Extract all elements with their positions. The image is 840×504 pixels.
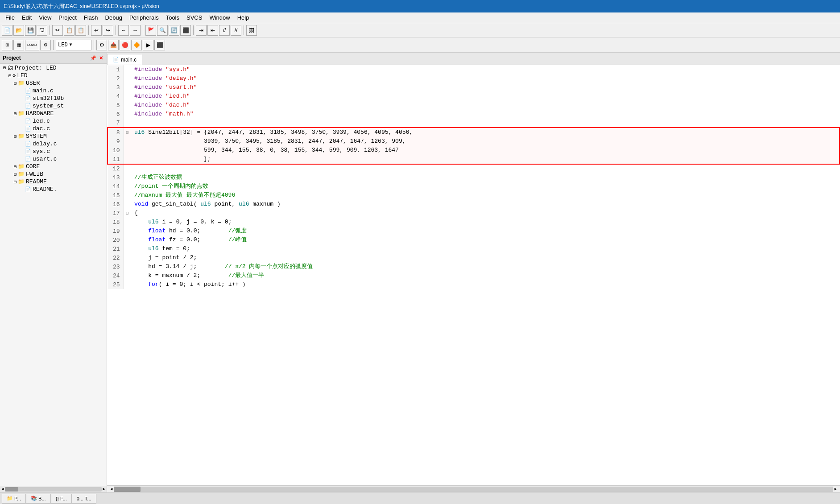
menu-file[interactable]: File (2, 13, 18, 22)
code-content[interactable]: #include "usart.h" (131, 83, 840, 92)
menu-view[interactable]: View (35, 13, 55, 22)
scroll-right-btn[interactable]: ▶ (102, 487, 107, 492)
flash2-btn[interactable]: 📥 (108, 40, 119, 50)
sidebar-item-user[interactable]: ⊟ 📁 USER (0, 79, 107, 87)
code-content[interactable]: ul6 Sine12bit[32] = {2047, 2447, 2831, 3… (131, 128, 840, 137)
expand-core[interactable]: ⊞ (12, 164, 18, 169)
unindent-btn[interactable]: ⇤ (207, 25, 218, 36)
tab-main-c[interactable]: 📄 main.c (107, 54, 142, 65)
sidebar-item-readme[interactable]: ⊟ 📁 README (0, 178, 107, 186)
code-content[interactable]: #include "sys.h" (131, 65, 840, 74)
code-content[interactable]: void get_sin_tabl( ul6 point, ul6 maxnum… (131, 200, 840, 209)
build-all-btn[interactable]: ⊞ (2, 40, 12, 50)
dl-btn[interactable]: 🔶 (131, 40, 142, 50)
hscroll-left[interactable]: ◀ (109, 487, 114, 492)
hscroll-thumb[interactable] (114, 487, 141, 492)
indent-btn[interactable]: ⇥ (196, 25, 207, 36)
save-btn[interactable]: 💾 (25, 25, 36, 36)
sidebar-item-dac-c[interactable]: 📄 dac.c (0, 125, 107, 132)
statusbar-tab-functions[interactable]: {} F... (51, 494, 72, 504)
code-content[interactable]: //maxnum 最大值 最大值不能超4096 (131, 191, 840, 200)
menu-project[interactable]: Project (55, 13, 80, 22)
paste-btn[interactable]: 📋 (75, 25, 86, 36)
code-content[interactable]: #include "dac.h" (131, 101, 840, 110)
statusbar-tab-books[interactable]: 📚 B... (26, 494, 51, 504)
hscroll-right[interactable]: ▶ (833, 487, 838, 492)
code-content[interactable]: #include "delay.h" (131, 74, 840, 83)
find-btn[interactable]: 🔍 (157, 25, 168, 36)
scroll-left-btn[interactable]: ◀ (0, 487, 5, 492)
code-content[interactable]: float hd = 0.0; //弧度 (131, 227, 840, 235)
sidebar-hscroll[interactable]: ◀ ▶ (0, 486, 107, 492)
code-content[interactable]: 3939, 3750, 3495, 3185, 2831, 2447, 2047… (131, 137, 840, 146)
code-content[interactable]: k = maxnum / 2; //最大值一半 (131, 271, 840, 280)
code-view[interactable]: 1 #include "sys.h" 2 #include "delay.h" … (107, 65, 840, 485)
sidebar-item-led-group[interactable]: ⊟ ⚙ LED (0, 72, 107, 79)
find-in-files-btn[interactable]: ⬛ (180, 25, 191, 36)
code-content[interactable]: hd = 3.14 / j; // π/2 内每一个点对应的弧度值 (131, 262, 840, 271)
options-btn[interactable]: ⚙ (40, 40, 51, 50)
sidebar-item-usart-c[interactable]: 📄 usart.c (0, 155, 107, 163)
code-hscrollbar[interactable]: ◀ ▶ (107, 485, 840, 492)
target-dropdown[interactable]: LED ▼ (56, 40, 91, 50)
code-content[interactable]: ul6 i = 0, j = 0, k = 0; (131, 218, 840, 227)
replace-btn[interactable]: 🔄 (169, 25, 179, 36)
menu-flash[interactable]: Flash (80, 13, 102, 22)
undo-btn[interactable]: ↩ (91, 25, 102, 36)
view3-btn[interactable]: 🖼 (246, 25, 257, 36)
sidebar-item-sys-c[interactable]: 📄 sys.c (0, 148, 107, 155)
uncomment-btn[interactable]: // (231, 25, 241, 36)
hscroll-track[interactable] (114, 487, 833, 492)
expand-readme[interactable]: ⊟ (12, 179, 18, 185)
expand-hardware[interactable]: ⊟ (12, 111, 18, 116)
code-content[interactable]: 599, 344, 155, 38, 0, 38, 155, 344, 599,… (131, 146, 840, 155)
code-content[interactable]: float fz = 0.0; //峰值 (131, 235, 840, 244)
redo-btn[interactable]: ↪ (103, 25, 113, 36)
menu-svcs[interactable]: SVCS (183, 13, 206, 22)
code-content[interactable]: //point 一个周期内的点数 (131, 182, 840, 191)
menu-edit[interactable]: Edit (18, 13, 35, 22)
nav-back-btn[interactable]: ← (118, 25, 129, 36)
sidebar-item-fwlib[interactable]: ⊞ 📁 FWLIB (0, 170, 107, 178)
expand-system[interactable]: ⊟ (12, 134, 18, 139)
sidebar-item-core[interactable]: ⊞ 📁 CORE (0, 163, 107, 170)
code-content[interactable]: j = point / 2; (131, 253, 840, 262)
load-btn[interactable]: LOAD (25, 40, 39, 50)
sidebar-item-stm32[interactable]: 📄 stm32f10b (0, 95, 107, 102)
sidebar-item-delay-c[interactable]: 📄 delay.c (0, 140, 107, 148)
statusbar-tab-project[interactable]: 📁 P... (2, 494, 26, 504)
open-btn[interactable]: 📂 (13, 25, 24, 36)
debug2-btn[interactable]: ⚙ (96, 40, 107, 50)
sidebar-item-led-c[interactable]: 📄 led.c (0, 117, 107, 125)
menu-help[interactable]: Help (234, 13, 253, 22)
code-content[interactable]: for( i = 0; i < point; i++ ) (131, 280, 840, 289)
sidebar-item-hardware[interactable]: ⊟ 📁 HARDWARE (0, 110, 107, 117)
menu-tools[interactable]: Tools (162, 13, 183, 22)
sidebar-item-main-c[interactable]: 📄 main.c (0, 87, 107, 95)
new-file-btn[interactable]: 📄 (2, 25, 12, 36)
stop-btn[interactable]: ⬛ (154, 40, 165, 50)
run-btn[interactable]: ▶ (143, 40, 153, 50)
sidebar-pin-btn[interactable]: 📌 (89, 55, 97, 61)
code-content[interactable] (131, 119, 840, 128)
menu-window[interactable]: Window (206, 13, 233, 22)
sidebar-close-btn[interactable]: ✕ (98, 55, 104, 61)
code-content[interactable]: //生成正弦波数据 (131, 173, 840, 182)
sidebar-item-project-led[interactable]: ⊟ 🗂 Project: LED (0, 64, 107, 72)
code-content[interactable]: ul6 tem = 0; (131, 244, 840, 253)
sidebar-item-system-st[interactable]: 📄 system_st (0, 102, 107, 110)
copy-btn[interactable]: 📋 (64, 25, 74, 36)
sidebar-item-system[interactable]: ⊟ 📁 SYSTEM (0, 132, 107, 140)
code-content[interactable]: #include "led.h" (131, 92, 840, 101)
code-content[interactable]: #include "math.h" (131, 110, 840, 119)
sidebar-item-readme-file[interactable]: 📄 README. (0, 186, 107, 193)
nav-fwd-btn[interactable]: → (130, 25, 141, 36)
hscroll-bar[interactable] (5, 487, 101, 492)
expand-project[interactable]: ⊟ (2, 65, 7, 70)
expand-fwlib[interactable]: ⊞ (12, 172, 18, 177)
statusbar-tab-templates[interactable]: 0... T... (72, 494, 96, 504)
code-content[interactable] (131, 164, 840, 173)
bookmark-btn[interactable]: 🚩 (145, 25, 156, 36)
cut-btn[interactable]: ✂ (52, 25, 63, 36)
menu-debug[interactable]: Debug (102, 13, 126, 22)
